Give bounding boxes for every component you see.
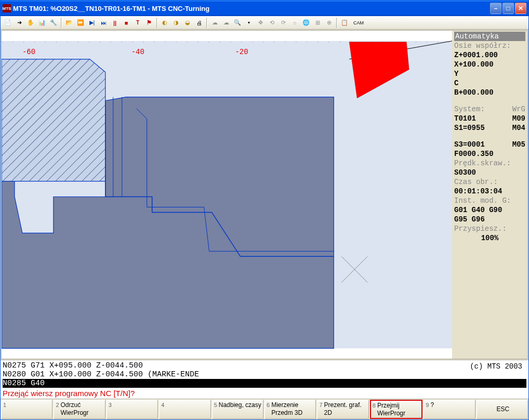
app-icon: MTS [3,4,11,12]
window-controls: – □ ✕ [490,3,526,14]
main-area: -60 -40 -20 0 40 [1,30,528,359]
spindle-s1: S1=0955 [454,123,485,133]
prompt-text: Przejąć wiersz programowy NC [T/N]? [1,388,528,399]
chart-icon[interactable]: 📊 [37,18,47,28]
time-label: Czas obr.: [454,177,525,187]
fkey-label: Prezent. graf. 2D [324,401,367,417]
export-icon[interactable]: ➜ [14,18,24,28]
fast-forward-icon[interactable]: ⏩ [75,18,86,28]
tool-icon[interactable]: 🔧 [48,18,59,28]
fkey-esc[interactable]: ESC [477,400,528,419]
skip-icon[interactable]: ⏭ [98,18,109,28]
rotate-icon[interactable]: ⟲ [267,18,277,28]
axes-label: Osie współrz: [454,41,525,50]
fkey-5[interactable]: 5Nadbieg, czasy [212,400,263,419]
fkey-label: Nadbieg, czasy [219,401,261,409]
fkey-7[interactable]: 7Prezent. graf. 2D [317,400,368,419]
m04: M04 [512,123,525,133]
fkey-label: Odrzuć WierProgr [61,401,103,417]
time-value: 00:01:03:04 [454,187,525,196]
m05: M05 [512,140,525,149]
maximize-button[interactable]: □ [502,3,514,14]
new-file-icon[interactable]: 📄 [3,18,13,28]
step-forward-icon[interactable]: ▶| [87,18,97,28]
fkey-1[interactable]: 1 [1,400,52,419]
status-panel: Automatyka Osie współrz: Z+0001.000 X+10… [452,31,527,359]
globe-icon[interactable]: 🌐 [301,18,311,28]
fkey-number: 1 [3,401,6,409]
simulation-canvas[interactable]: -60 -40 -20 0 40 [2,31,452,359]
print-icon[interactable]: 🖨 [194,18,204,28]
minimize-button[interactable]: – [490,3,501,14]
copyright: (c) MTS 2003 [470,361,526,379]
open-folder-icon[interactable]: 📂 [64,18,74,28]
flag-icon[interactable]: ⚑ [144,18,154,28]
toolbar: 📄 ➜ ✋ 📊 🔧 📂 ⏩ ▶| ⏭ || ■ T ⚑ ◐ ◑ ◒ 🖨 ☁ ☁ … [1,16,528,30]
stop-icon[interactable]: ■ [121,18,131,28]
system-label: System: [454,104,485,114]
turning-icon-2[interactable]: ◑ [171,18,181,28]
svg-marker-4 [2,59,105,181]
cloud-icon[interactable]: ☁ [209,18,220,28]
fkey-number: 9 [426,401,429,409]
ruler-x-40: -40 [131,48,144,56]
pause-icon[interactable]: || [110,18,120,28]
document-icon[interactable]: 📋 [339,18,350,28]
fkey-bar: 12Odrzuć WierProgr345Nadbieg, czasy6Mier… [1,399,528,419]
move-icon[interactable]: ✥ [255,18,266,28]
separator [61,18,62,28]
tool-t: T0101 [454,114,476,123]
accel-label: Przyspiesz.: [454,224,525,233]
nc-line-2: N0280 G01 X+100.000 Z-0044.500 (MARKE-EN… [3,370,470,379]
hand-icon[interactable]: ✋ [25,18,36,28]
cloud2-icon[interactable]: ☁ [221,18,231,28]
fkey-6[interactable]: 6Mierzenie Przedm 3D [264,400,316,419]
axis-c: C [454,78,525,88]
app-window: MTS MTS TM01: %O20S2__TN10-TR01-16-TM1 -… [0,0,529,420]
turning-icon-1[interactable]: ◐ [160,18,170,28]
fkey-number: 8 [373,402,376,409]
window-title: MTS TM01: %O20S2__TN10-TR01-16-TM1 - MTS… [13,5,490,12]
axis-y: Y [454,69,525,78]
fkey-label: ESC [497,405,510,413]
fkey-number: 3 [109,401,112,409]
fkey-3[interactable]: 3 [107,400,158,419]
feed-f: F0000.350 [454,149,525,159]
dropdown-icon[interactable]: ▼ [244,18,254,28]
nc-code-block: N0275 G71 X+095.000 Z-0044.500 N0280 G01… [1,360,528,388]
fkey-label: Mierzenie Przedm 3D [271,401,314,417]
modal-g-2: G95 G96 [454,215,525,224]
m09: M09 [512,114,525,123]
nc-line-current: N0285 G40 [3,379,526,388]
titlebar[interactable]: MTS MTS TM01: %O20S2__TN10-TR01-16-TM1 -… [1,1,528,16]
fkey-number: 5 [214,401,217,409]
fkey-number: 7 [319,401,322,409]
wrg-label: WrG [512,104,525,114]
axis-x: X+100.000 [454,60,525,69]
grid-icon[interactable]: ⊞ [312,18,323,28]
circle-icon[interactable]: ○ [289,18,300,28]
text-mode-icon[interactable]: T [133,18,143,28]
modal-g-1: G01 G40 G90 [454,205,525,215]
axis-z: Z+0001.000 [454,50,525,60]
zoom-icon[interactable]: 🔍 [232,18,243,28]
target-icon[interactable]: ⊕ [324,18,334,28]
spindle-s3: S3=0001 [454,140,485,149]
fkey-8[interactable]: 8Przejmij WierProgr [370,400,422,419]
cut-speed-value: S0300 [454,168,525,177]
separator [206,18,207,28]
fkey-number: 6 [267,401,270,409]
fkey-2[interactable]: 2Odrzuć WierProgr [54,400,105,419]
fkey-9[interactable]: 9? [424,400,475,419]
turning-icon-3[interactable]: ◒ [182,18,193,28]
status-heading: Automatyka [454,32,525,41]
close-button[interactable]: ✕ [515,3,526,14]
cam-button[interactable]: CAM [351,18,366,28]
fkey-label: Przejmij WierProgr [377,402,420,417]
ruler-x-60: -60 [22,48,35,56]
fkey-number: 4 [161,401,164,409]
ruler-x-20: -20 [235,48,248,56]
fkey-number: 2 [56,401,59,409]
fkey-4[interactable]: 4 [159,400,210,419]
refresh-icon[interactable]: ⟳ [278,18,288,28]
